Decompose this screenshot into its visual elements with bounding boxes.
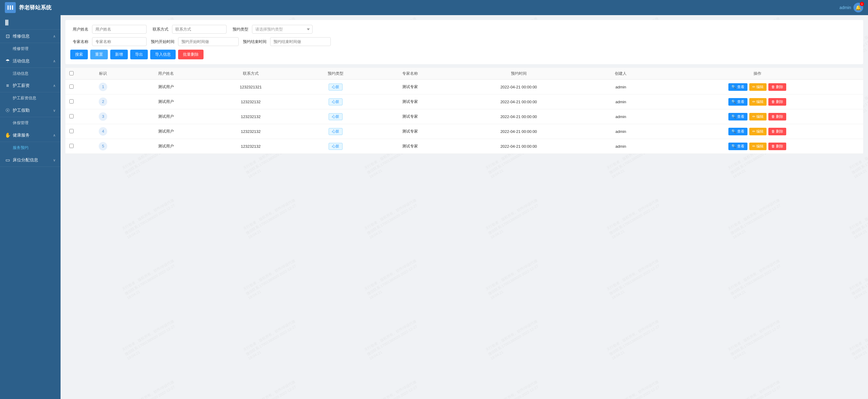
search-row-1: 用户姓名 联系方式 预约类型 请选择预约类型: [70, 25, 858, 34]
col-contact: 联系方式: [204, 68, 298, 79]
sidebar-label-repair-mgmt: 维修管理: [13, 46, 28, 51]
delete-button[interactable]: 🗑 删除: [768, 142, 786, 150]
table-row: 3 测试用户 123232132 心脏 测试专家 2022-04-21 00:0…: [65, 109, 863, 124]
row-actions: 🔍 查看 ✏ 编辑 🗑 删除: [652, 124, 863, 139]
start-time-input[interactable]: [178, 37, 239, 46]
view-button[interactable]: 🔍 查看: [728, 98, 747, 106]
delete-button[interactable]: 🗑 删除: [768, 128, 786, 135]
expert-label: 专家名称: [70, 39, 88, 44]
sidebar-item-leave-mgmt[interactable]: 休假管理: [0, 117, 61, 129]
batch-delete-button[interactable]: 批量删除: [178, 49, 204, 59]
view-button[interactable]: 🔍 查看: [728, 113, 747, 121]
edit-button[interactable]: ✏ 编辑: [749, 142, 767, 150]
sidebar-item-repair-mgmt[interactable]: 维修管理: [0, 43, 61, 55]
row-contact: 123232132: [204, 95, 298, 109]
row-contact: 123232132: [204, 109, 298, 124]
activity-info-icon: ☂: [5, 58, 10, 64]
row-creator: admin: [590, 79, 652, 95]
sidebar-item-nurse-salary[interactable]: ≡ 护工薪资 ∧: [0, 79, 61, 92]
sidebar-item-health-service[interactable]: ✋ 健康服务 ∧: [0, 129, 61, 142]
col-id: 标识: [78, 68, 129, 79]
view-button[interactable]: 🔍 查看: [728, 83, 747, 91]
export-button[interactable]: 导出: [130, 49, 148, 59]
sidebar-item-bed-info[interactable]: ▭ 床位分配信息 ∨: [0, 154, 61, 167]
sidebar-item-activity-detail[interactable]: 活动信息: [0, 68, 61, 79]
row-checkbox[interactable]: [69, 144, 73, 148]
row-creator: admin: [590, 95, 652, 109]
reset-button[interactable]: 重置: [90, 49, 108, 59]
header-left: 养老驿站系统: [5, 2, 52, 13]
import-button[interactable]: 导入信息: [150, 49, 176, 59]
sidebar-item-service-booking[interactable]: 服务预约: [0, 142, 61, 154]
search-row-2: 专家名称 预约开始时间 预约结束时间: [70, 37, 858, 46]
bed-info-icon: ▭: [5, 157, 10, 163]
expert-input[interactable]: [92, 37, 147, 46]
row-checkbox[interactable]: [69, 85, 73, 89]
row-checkbox[interactable]: [69, 114, 73, 119]
row-checkbox[interactable]: [69, 99, 73, 103]
sidebar-label-service-booking: 服务预约: [13, 145, 28, 150]
sidebar-item-repair-info[interactable]: ⊡ 维修信息 ∧: [0, 30, 61, 43]
sidebar-item-activity-info[interactable]: ☂ 活动信息 ∧: [0, 55, 61, 68]
row-contact: 1232321321: [204, 79, 298, 95]
nurse-salary-icon: ≡: [5, 83, 10, 89]
data-table: 标识 用户姓名 联系方式 预约类型 专家名称 预约时间 创建人 操作: [65, 68, 863, 154]
row-appt-time: 2022-04-21 00:00:00: [447, 95, 590, 109]
row-username: 测试用户: [129, 95, 204, 109]
row-creator: admin: [590, 139, 652, 154]
main-layout: ||| ⊡ 维修信息 ∧ 维修管理 ☂ 活动信息 ∧ 活动信息 ≡ 护工薪资 ∧…: [0, 15, 868, 399]
sidebar-item-nurse-leave[interactable]: ☉ 护工假勤 ∨: [0, 104, 61, 117]
sidebar-label-activity-detail: 活动信息: [13, 71, 28, 76]
content-inner: 用户姓名 联系方式 预约类型 请选择预约类型 专家名称 预约开始时间 预约结束时…: [65, 20, 863, 154]
delete-button[interactable]: 🗑 删除: [768, 98, 786, 106]
row-expert: 测试专家: [373, 139, 447, 154]
row-appt-time: 2022-04-21 00:00:00: [447, 109, 590, 124]
row-username: 测试用户: [129, 124, 204, 139]
view-button[interactable]: 🔍 查看: [728, 128, 747, 135]
table-row: 2 测试用户 123232132 心脏 测试专家 2022-04-21 00:0…: [65, 95, 863, 109]
appt-type-label: 预约类型: [230, 27, 248, 32]
col-username: 用户姓名: [129, 68, 204, 79]
appt-type-select[interactable]: 请选择预约类型: [252, 25, 313, 34]
view-button[interactable]: 🔍 查看: [728, 142, 747, 150]
hamburger-menu[interactable]: |||: [0, 15, 61, 30]
username-input[interactable]: [92, 25, 147, 34]
sidebar-label-activity-info: 活动信息: [13, 59, 51, 64]
edit-button[interactable]: ✏ 编辑: [749, 83, 767, 91]
delete-button[interactable]: 🗑 删除: [768, 113, 786, 121]
app-logo: [5, 2, 16, 13]
id-badge: 1: [99, 82, 107, 91]
table-row: 4 测试用户 123232132 心脏 测试专家 2022-04-21 00:0…: [65, 124, 863, 139]
svg-rect-2: [12, 5, 13, 10]
contact-label: 联系方式: [150, 27, 168, 32]
row-id: 2: [78, 95, 129, 109]
edit-button[interactable]: ✏ 编辑: [749, 128, 767, 135]
search-button[interactable]: 搜索: [70, 49, 88, 59]
sidebar-item-nurse-salary-info[interactable]: 护工薪资信息: [0, 92, 61, 104]
edit-button[interactable]: ✏ 编辑: [749, 98, 767, 106]
row-id: 3: [78, 109, 129, 124]
row-creator: admin: [590, 124, 652, 139]
col-creator: 创建人: [590, 68, 652, 79]
row-checkbox[interactable]: [69, 129, 73, 133]
search-actions: 搜索 重置 新增 导出 导入信息 批量删除: [70, 49, 858, 59]
table-header-row: 标识 用户姓名 联系方式 预约类型 专家名称 预约时间 创建人 操作: [65, 68, 863, 79]
add-button[interactable]: 新增: [110, 49, 128, 59]
appt-type-badge: 心脏: [329, 113, 343, 120]
admin-label: admin: [840, 5, 851, 10]
id-badge: 4: [99, 127, 107, 136]
notification-bell[interactable]: 🔔 1: [854, 3, 863, 12]
row-id: 5: [78, 139, 129, 154]
contact-input[interactable]: [172, 25, 226, 34]
arrow-health-service: ∧: [53, 133, 56, 137]
sidebar-label-bed-info: 床位分配信息: [13, 158, 51, 163]
svg-rect-0: [7, 5, 9, 10]
end-time-input[interactable]: [270, 37, 331, 46]
edit-button[interactable]: ✏ 编辑: [749, 113, 767, 121]
select-all-checkbox[interactable]: [69, 71, 73, 75]
action-buttons: 🔍 查看 ✏ 编辑 🗑 删除: [655, 128, 860, 135]
delete-button[interactable]: 🗑 删除: [768, 83, 786, 91]
sidebar: ||| ⊡ 维修信息 ∧ 维修管理 ☂ 活动信息 ∧ 活动信息 ≡ 护工薪资 ∧…: [0, 15, 61, 399]
action-buttons: 🔍 查看 ✏ 编辑 🗑 删除: [655, 83, 860, 91]
row-id: 4: [78, 124, 129, 139]
